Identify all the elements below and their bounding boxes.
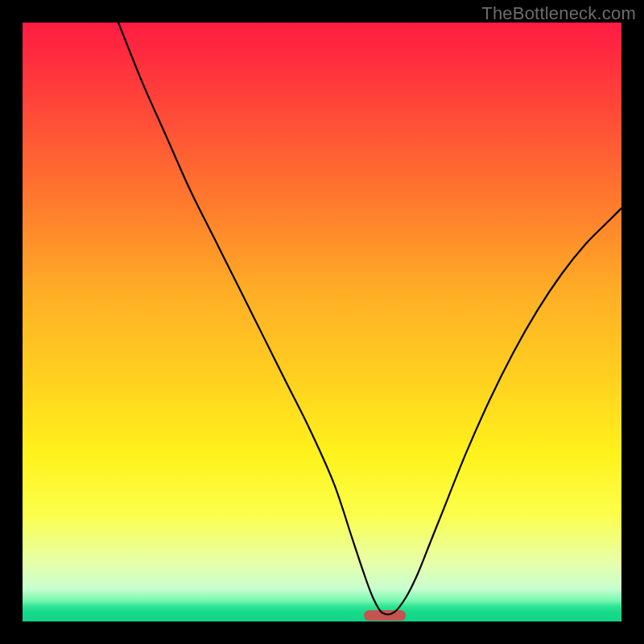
watermark-label: TheBottleneck.com (481, 3, 636, 24)
chart-frame: TheBottleneck.com (0, 0, 644, 644)
optimum-bar (364, 610, 406, 621)
bottleneck-chart (23, 23, 621, 621)
optimum-marker-layer (364, 610, 406, 621)
gradient-background (23, 23, 621, 621)
